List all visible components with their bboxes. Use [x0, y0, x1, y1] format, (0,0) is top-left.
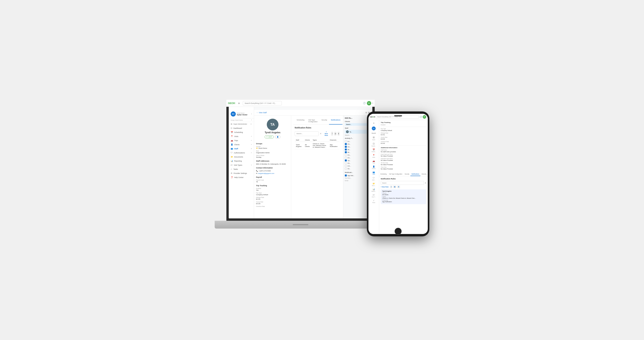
cb-up[interactable]	[345, 160, 347, 162]
phone-trips-icon: 🚗	[372, 160, 375, 162]
cb-missed-ci[interactable]	[345, 148, 347, 150]
search-clear-icon[interactable]: ✕	[320, 132, 322, 135]
cb-co[interactable]	[345, 165, 347, 167]
sidebar-item-staff[interactable]: 👥 Staff +	[229, 146, 254, 151]
phone-sidebar-docs[interactable]: 📁 Docs...	[368, 182, 379, 187]
export-icon-btn-1[interactable]: f	[331, 132, 333, 136]
sidebar-label-visit-types: Visit Types	[234, 164, 242, 166]
sidebar-item-tasks[interactable]: ✓ Tasks	[229, 167, 254, 171]
user-avatar-top[interactable]: DV	[367, 102, 371, 106]
phone-sidebar-auth[interactable]: 🛡 Auth...	[368, 176, 379, 182]
cb-checkin-label: Ch...	[348, 143, 351, 145]
search-bar	[243, 102, 362, 106]
phone-tab-visit-type[interactable]: Visit Type Configuration	[388, 172, 404, 176]
phone-sidebar-staff[interactable]: 👥 Staff	[368, 170, 379, 176]
phone-tab-notifications[interactable]: Notifications	[410, 172, 420, 176]
tab-scheduling[interactable]: Scheduling	[295, 118, 306, 124]
auth-plus-icon[interactable]: +	[251, 152, 252, 154]
sidebar-item-reporting[interactable]: 📊 Reporting	[229, 159, 254, 163]
email-value[interactable]: tangeles@gogeoh.com	[258, 172, 274, 174]
cb-cli[interactable]	[345, 168, 347, 170]
copy-icon[interactable]: ⧉	[366, 112, 367, 114]
sidebar-user-chevron[interactable]: ▾	[251, 113, 252, 115]
phone-close-icon[interactable]: ✕	[425, 182, 426, 184]
phone-rule-row[interactable]: Tyrell Angeles Clients All Clients Types…	[381, 189, 426, 204]
phone-export-icon-2[interactable]: ⊞	[393, 186, 396, 188]
phone-export-icon-3[interactable]: ⬇	[397, 186, 400, 188]
phone-dash-icon: ⊡	[373, 142, 375, 145]
search-input[interactable]	[243, 102, 282, 106]
phone-new-rule-btn[interactable]: + New Rule f ⊞ ⬇	[381, 186, 426, 188]
phone-rules-search-input[interactable]	[381, 181, 424, 185]
history-icon[interactable]: 🕐	[363, 102, 366, 104]
profile-icon-btn[interactable]: 👤	[275, 136, 280, 138]
sidebar-item-clients[interactable]: 👤 Clients +	[229, 142, 254, 146]
phone-tab-scheduling[interactable]: Scheduling	[379, 172, 388, 176]
phone-sidebar-avatar[interactable]: DV	[368, 126, 379, 131]
cb-app-notif[interactable]	[345, 174, 347, 176]
phone-rule-staff-name: Tyrell Angeles	[382, 190, 425, 192]
export-icon-btn-2[interactable]: ⊞	[334, 132, 336, 136]
cb-ch1[interactable]	[345, 154, 347, 156]
tab-notifications[interactable]: Notifications	[329, 118, 342, 124]
phone-sidebar-tasks[interactable]: ✓ Tasks	[368, 198, 379, 204]
back-link[interactable]: ← View Staff	[256, 112, 266, 114]
phone-sidebar-visits[interactable]: 📍 Visits	[368, 153, 379, 159]
table-row[interactable]: Tyrell Angeles All Clients Check-In, Che…	[295, 142, 340, 149]
mileage-rate-label: Mileage Rate	[256, 197, 289, 198]
phone-sidebar-menu[interactable]: ≡	[368, 121, 379, 126]
sidebar-label-visits: Visits	[234, 136, 238, 138]
new-rule-button[interactable]: + New Rule	[322, 130, 330, 137]
cb-checkout[interactable]	[345, 146, 347, 148]
phone-sidebar-scheduling[interactable]: 📅 Sched...	[368, 148, 379, 153]
phone-sidebar-trips[interactable]: 🚗 Trips	[368, 159, 379, 164]
phone-body: GEOH 🕐 DV ≡ DV	[367, 112, 429, 236]
sidebar-item-visit-types[interactable]: 🏷 Visit Types +	[229, 163, 254, 167]
sidebar-item-help[interactable]: ❓ Help Center	[229, 175, 254, 179]
visit-types-plus-icon[interactable]: +	[251, 164, 252, 166]
staff-plus-icon[interactable]: +	[251, 148, 252, 150]
export-icon-btn-3[interactable]: ⬇	[338, 132, 340, 136]
clients-plus-icon[interactable]: +	[251, 144, 252, 146]
cb-checkin[interactable]	[345, 143, 347, 145]
hamburger-icon[interactable]: ≡	[238, 102, 240, 105]
sidebar-item-visits[interactable]: 📍 Visits +	[229, 134, 254, 138]
sidebar-item-dashboard[interactable]: ⊡ Dashboard	[229, 126, 254, 130]
phone-auth-label: Auth...	[372, 179, 375, 180]
row-types: Check-In, Check-Out, Missed Check-In, Mi…	[312, 142, 329, 149]
tab-visit-type-config[interactable]: Visit Type Configuration	[306, 118, 320, 124]
start-of-week-value: Sunday	[256, 156, 289, 158]
cb-ch2[interactable]	[345, 157, 347, 159]
phone-sidebar-geoh[interactable]: GeoH	[368, 131, 379, 135]
phone-sidebar-dashboard[interactable]: ⊡ Dashb...	[368, 141, 379, 148]
visits-plus-icon[interactable]: +	[251, 135, 252, 138]
help-icon: ❓	[231, 176, 233, 178]
phone-tab-security[interactable]: Security	[404, 172, 410, 176]
sidebar-item-trips[interactable]: 🚗 Trips +	[229, 138, 254, 142]
super-admin-chevron[interactable]: ▾▾	[250, 123, 252, 125]
phone-tab-documents[interactable]: Docume...	[420, 172, 428, 176]
phone-export-icon-1[interactable]: f	[390, 186, 392, 188]
phone-home-button[interactable]	[394, 228, 402, 235]
phone-sidebar-super-admin[interactable]: ⊞ Super	[368, 135, 379, 141]
cb-login[interactable]	[345, 140, 347, 142]
trips-plus-icon[interactable]: +	[251, 139, 252, 142]
cb-up-label: Up...	[348, 160, 351, 162]
edit-button[interactable]: ✏ EDIT	[265, 136, 274, 138]
group-chevron[interactable]: ▾	[251, 119, 252, 121]
rules-search-input[interactable]	[295, 131, 319, 136]
sidebar-item-documents[interactable]: 📁 Documents	[229, 155, 254, 159]
phone-history-icon[interactable]: 🕐	[420, 116, 422, 118]
sidebar-item-provider-settings[interactable]: ⚙ Provider Settings	[229, 171, 254, 175]
phone-user-avatar[interactable]: DV	[423, 115, 426, 119]
sidebar-item-scheduling[interactable]: 📅 Scheduling	[229, 130, 254, 134]
sidebar-item-authorizations[interactable]: 🛡 Authorizations +	[229, 151, 254, 155]
tab-security[interactable]: Security	[320, 118, 329, 124]
phone-sidebar-reporting[interactable]: 📊 Report...	[368, 187, 379, 193]
cb-ch3[interactable]	[345, 162, 347, 164]
reporting-icon: 📊	[231, 160, 233, 162]
cb-missed-co[interactable]	[345, 151, 347, 153]
sidebar-item-super-admin[interactable]: ⊞ Super Administrator ▾▾	[229, 122, 254, 126]
phone-sidebar-clients[interactable]: 👤 Clients	[368, 164, 379, 170]
phone-sidebar-visit-types[interactable]: 🏷 Visit T...	[368, 193, 379, 198]
